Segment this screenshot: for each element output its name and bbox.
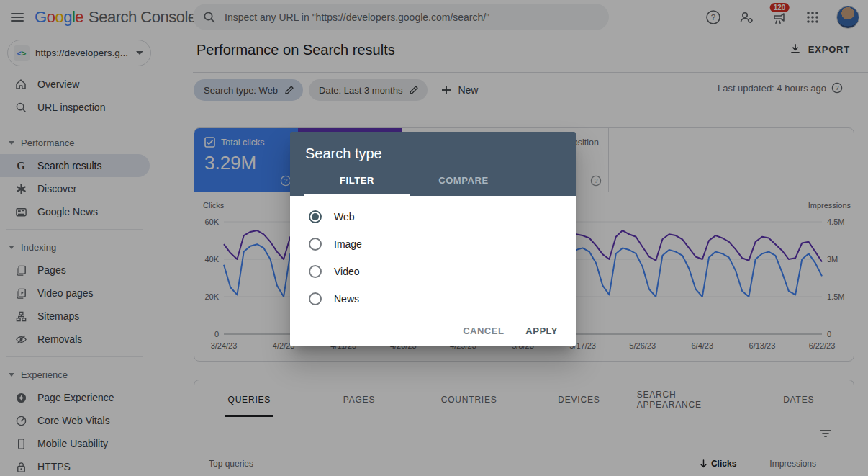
dialog-body: Web Image Video News [290, 196, 576, 315]
radio-button[interactable] [309, 238, 322, 251]
radio-option-image[interactable]: Image [290, 230, 576, 258]
radio-option-video[interactable]: Video [290, 258, 576, 285]
radio-label: Web [334, 211, 355, 223]
radio-button[interactable] [309, 265, 322, 278]
radio-option-news[interactable]: News [290, 285, 576, 313]
dialog-header: Search type FILTER COMPARE [290, 132, 576, 196]
search-type-dialog: Search type FILTER COMPARE Web Image Vid… [290, 132, 576, 346]
tab-filter[interactable]: FILTER [304, 175, 410, 196]
dialog-footer: CANCEL APPLY [290, 315, 576, 346]
radio-label: News [334, 293, 359, 305]
search-console-app: Google Search Console ? 120 [0, 0, 868, 476]
radio-option-web[interactable]: Web [290, 203, 576, 230]
radio-label: Video [334, 266, 360, 277]
radio-button[interactable] [309, 210, 322, 223]
dialog-tabs: FILTER COMPARE [304, 175, 517, 196]
apply-button[interactable]: APPLY [525, 325, 558, 336]
dialog-title: Search type [290, 132, 576, 162]
radio-button[interactable] [309, 292, 322, 305]
tab-compare[interactable]: COMPARE [410, 175, 517, 196]
radio-label: Image [334, 238, 362, 250]
cancel-button[interactable]: CANCEL [463, 325, 504, 336]
